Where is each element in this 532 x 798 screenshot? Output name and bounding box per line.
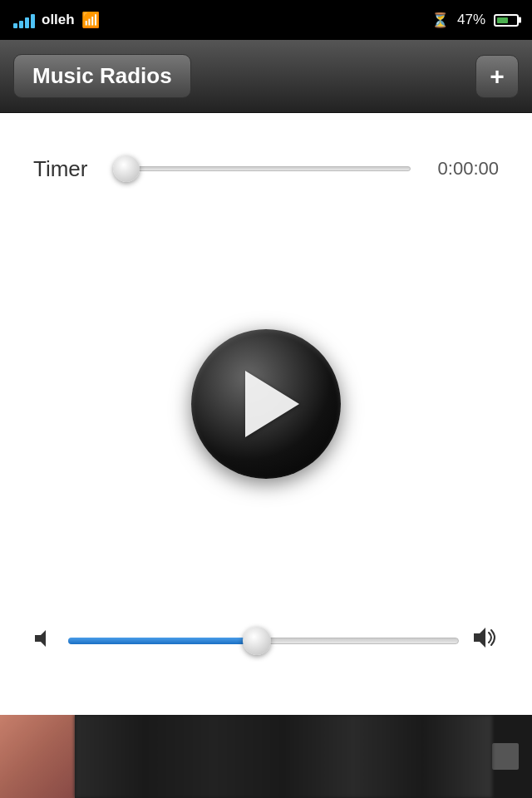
bottom-thumbnail bbox=[0, 715, 75, 798]
status-bar: olleh 📶 ⏳ 47% bbox=[0, 0, 532, 40]
signal-icon bbox=[13, 12, 35, 28]
timer-thumb[interactable] bbox=[113, 155, 140, 182]
status-right: ⏳ 47% bbox=[431, 12, 519, 29]
volume-fill bbox=[68, 638, 256, 644]
music-radios-button[interactable]: Music Radios bbox=[13, 54, 191, 98]
battery-icon bbox=[494, 14, 519, 27]
svg-marker-0 bbox=[35, 630, 46, 647]
nav-bar: Music Radios + bbox=[0, 40, 532, 113]
play-button-container bbox=[191, 183, 341, 624]
bottom-blur-content bbox=[75, 715, 492, 798]
volume-min-icon bbox=[33, 628, 55, 654]
timer-value: 0:00:00 bbox=[424, 158, 499, 180]
bottom-small-thumb bbox=[492, 743, 519, 770]
timer-label: Timer bbox=[33, 156, 100, 182]
volume-row bbox=[0, 624, 532, 698]
battery-percent: 47% bbox=[457, 12, 485, 28]
volume-thumb[interactable] bbox=[243, 627, 271, 655]
timer-row: Timer 0:00:00 bbox=[0, 113, 532, 183]
play-button[interactable] bbox=[191, 329, 341, 479]
clock-icon: ⏳ bbox=[431, 12, 449, 29]
wifi-icon: 📶 bbox=[81, 11, 100, 29]
carrier-name: olleh bbox=[42, 12, 75, 28]
volume-max-icon bbox=[472, 624, 499, 657]
main-content: Timer 0:00:00 bbox=[0, 113, 532, 715]
timer-slider[interactable] bbox=[113, 155, 411, 183]
add-station-button[interactable]: + bbox=[475, 55, 519, 98]
timer-track bbox=[113, 166, 411, 171]
play-icon bbox=[245, 371, 299, 437]
status-left: olleh 📶 bbox=[13, 11, 100, 29]
svg-marker-1 bbox=[474, 628, 485, 648]
bottom-bar bbox=[0, 715, 532, 798]
volume-slider[interactable] bbox=[68, 627, 459, 655]
